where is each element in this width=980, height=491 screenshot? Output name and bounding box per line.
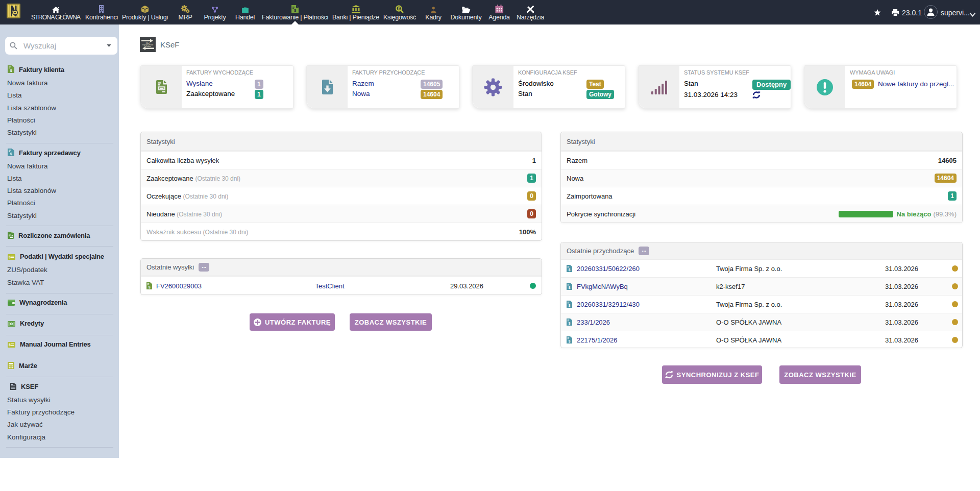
svg-text:$: $ — [10, 152, 12, 156]
svg-text:$: $ — [569, 304, 571, 308]
svg-text:$: $ — [10, 69, 12, 73]
svg-text:$: $ — [569, 339, 571, 343]
svg-text:for Dolibarr: for Dolibarr — [144, 45, 151, 47]
svg-text:$: $ — [569, 286, 571, 290]
svg-text:$: $ — [398, 6, 400, 11]
svg-text:$: $ — [569, 268, 571, 272]
svg-text:$: $ — [9, 255, 11, 259]
svg-text:$: $ — [569, 322, 571, 326]
svg-text:$: $ — [9, 343, 11, 347]
svg-text:$: $ — [149, 285, 151, 289]
